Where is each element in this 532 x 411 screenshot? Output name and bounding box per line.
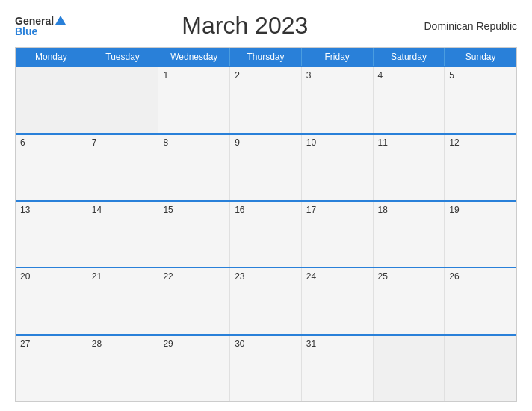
calendar-week-2: 6789101112 [16, 133, 516, 200]
calendar-cell: 11 [374, 135, 445, 200]
day-of-week-friday: Friday [302, 48, 374, 66]
day-number: 5 [449, 70, 512, 81]
calendar-cell: 14 [87, 202, 159, 268]
day-of-week-tuesday: Tuesday [87, 48, 159, 66]
day-number: 2 [235, 70, 297, 81]
calendar-cell: 29 [158, 336, 230, 401]
day-number: 30 [235, 339, 297, 349]
header: General Blue March 2023 Dominican Republ… [15, 12, 517, 40]
calendar-cell: 4 [374, 67, 445, 133]
day-of-week-saturday: Saturday [374, 48, 445, 66]
logo: General Blue [15, 16, 66, 37]
day-number: 31 [306, 339, 368, 349]
day-number: 22 [163, 271, 225, 282]
calendar-cell: 3 [302, 67, 374, 133]
day-of-week-sunday: Sunday [445, 48, 516, 66]
day-number: 24 [306, 271, 368, 282]
calendar-cell: 10 [302, 135, 374, 200]
day-number: 11 [378, 137, 440, 148]
day-number: 29 [163, 339, 225, 349]
day-number: 16 [235, 205, 297, 215]
calendar-week-3: 13141516171819 [16, 200, 516, 268]
day-number: 23 [235, 271, 297, 282]
day-number: 7 [92, 137, 154, 148]
calendar-cell: 20 [16, 268, 87, 334]
calendar-cell [374, 336, 445, 401]
calendar-cell: 31 [302, 336, 374, 401]
day-number: 3 [306, 70, 368, 81]
calendar-body: 1234567891011121314151617181920212223242… [16, 66, 516, 401]
logo-triangle-icon [55, 16, 66, 25]
calendar-cell: 22 [158, 268, 230, 334]
day-number: 9 [235, 137, 297, 148]
country-label: Dominican Republic [424, 20, 517, 32]
day-number: 21 [92, 271, 154, 282]
calendar-week-1: 12345 [16, 66, 516, 133]
day-number: 28 [92, 339, 154, 349]
calendar-cell [87, 67, 159, 133]
calendar-cell: 1 [158, 67, 230, 133]
day-number: 26 [449, 271, 512, 282]
day-of-week-thursday: Thursday [230, 48, 302, 66]
calendar-cell: 8 [158, 135, 230, 200]
calendar-cell: 2 [230, 67, 302, 133]
day-number: 6 [20, 137, 82, 148]
calendar-cell: 5 [445, 67, 516, 133]
logo-general-text: General [15, 16, 54, 26]
day-number: 10 [306, 137, 368, 148]
logo-blue-text: Blue [15, 26, 37, 37]
calendar-cell: 26 [445, 268, 516, 334]
calendar-cell: 24 [302, 268, 374, 334]
day-number: 13 [20, 205, 82, 215]
calendar-cell [16, 67, 87, 133]
calendar-week-4: 20212223242526 [16, 267, 516, 334]
day-number: 19 [449, 205, 512, 215]
day-number: 1 [163, 70, 225, 81]
calendar-cell: 23 [230, 268, 302, 334]
calendar-cell: 13 [16, 202, 87, 268]
calendar-week-5: 2728293031 [16, 334, 516, 401]
calendar-cell: 16 [230, 202, 302, 268]
day-of-week-wednesday: Wednesday [158, 48, 230, 66]
day-number: 4 [378, 70, 440, 81]
day-number: 27 [20, 339, 82, 349]
day-number: 12 [449, 137, 512, 148]
calendar-cell [445, 336, 516, 401]
calendar-cell: 27 [16, 336, 87, 401]
day-number: 17 [306, 205, 368, 215]
day-number: 15 [163, 205, 225, 215]
calendar-header: MondayTuesdayWednesdayThursdayFridaySatu… [16, 48, 516, 66]
day-number: 20 [20, 271, 82, 282]
page: General Blue March 2023 Dominican Republ… [0, 0, 532, 411]
calendar-cell: 28 [87, 336, 159, 401]
calendar-cell: 19 [445, 202, 516, 268]
calendar-cell: 17 [302, 202, 374, 268]
day-number: 25 [378, 271, 440, 282]
calendar-cell: 15 [158, 202, 230, 268]
calendar: MondayTuesdayWednesdayThursdayFridaySatu… [15, 47, 517, 402]
day-of-week-monday: Monday [16, 48, 87, 66]
calendar-cell: 30 [230, 336, 302, 401]
day-number: 18 [378, 205, 440, 215]
calendar-cell: 18 [374, 202, 445, 268]
calendar-cell: 25 [374, 268, 445, 334]
day-number: 8 [163, 137, 225, 148]
calendar-cell: 7 [87, 135, 159, 200]
calendar-cell: 6 [16, 135, 87, 200]
calendar-title: March 2023 [66, 12, 424, 40]
calendar-cell: 12 [445, 135, 516, 200]
calendar-cell: 21 [87, 268, 159, 334]
day-number: 14 [92, 205, 154, 215]
calendar-cell: 9 [230, 135, 302, 200]
